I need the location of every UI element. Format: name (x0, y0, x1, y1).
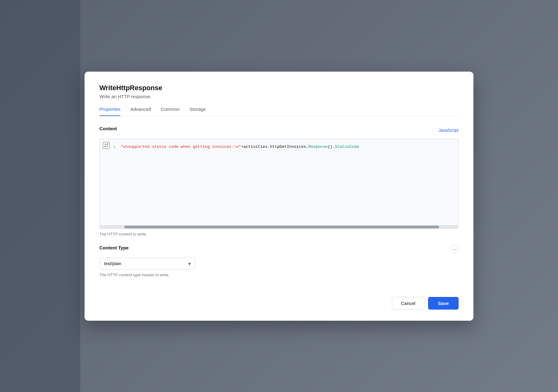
line-number: 1 (113, 144, 116, 220)
scrollbar-thumb[interactable] (124, 226, 439, 228)
content-help-text: The HTTP content to write. (99, 232, 459, 236)
content-type-label: Content Type (99, 245, 129, 250)
modal-subtitle: Write an HTTP response. (99, 94, 459, 99)
content-section-header: Content JavaScript (99, 126, 459, 135)
ellipsis-button[interactable]: ⋯ (450, 245, 459, 254)
content-type-select[interactable]: text/plain application/json text/html ap… (99, 258, 195, 269)
code-variable: activities.httpGetInvoices. (244, 144, 309, 149)
code-response-method: Response (308, 144, 327, 149)
save-button[interactable]: Save (428, 297, 459, 310)
content-type-section: Content Type ⋯ text/plain application/js… (99, 245, 459, 277)
code-parens: () (328, 144, 333, 149)
code-plus: + (241, 144, 244, 149)
code-statuscode-method: StatusCode (335, 144, 359, 149)
tab-advanced[interactable]: Advanced (130, 106, 151, 116)
tab-common[interactable]: Common (161, 106, 180, 116)
scrollbar-track[interactable] (100, 225, 458, 228)
content-type-header: Content Type ⋯ (99, 245, 459, 254)
code-string: "unsupported status code when getting in… (121, 144, 241, 149)
modal-dialog: WriteHttpResponse Write an HTTP response… (85, 72, 473, 321)
tab-storage[interactable]: Storage (189, 106, 206, 116)
code-line: "unsupported status code when getting in… (121, 144, 359, 220)
content-label: Content (99, 126, 117, 131)
content-type-select-wrapper: text/plain application/json text/html ap… (99, 258, 195, 269)
modal-title: WriteHttpResponse (99, 84, 459, 92)
content-type-help-text: The HTTP content type header to write. (99, 273, 459, 277)
javascript-link[interactable]: JavaScript (439, 128, 459, 133)
modal-footer: Cancel Save (99, 290, 459, 310)
expand-icon[interactable] (103, 142, 110, 149)
tab-bar: Properties Advanced Common Storage (99, 106, 459, 116)
cancel-button[interactable]: Cancel (392, 297, 424, 310)
code-editor[interactable]: 1 "unsupported status code when getting … (99, 139, 459, 229)
tab-properties[interactable]: Properties (99, 106, 120, 116)
code-area: 1 "unsupported status code when getting … (100, 139, 458, 225)
